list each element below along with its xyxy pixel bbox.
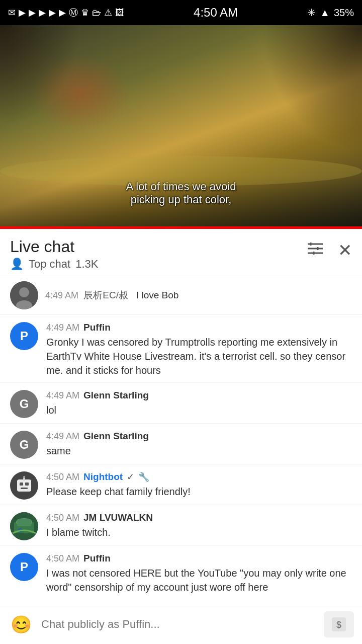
message-text: same — [46, 444, 352, 458]
chat-header-left: Live chat 👤 Top chat 1.3K — [10, 238, 98, 271]
svg-rect-10 — [20, 482, 23, 486]
chat-title: Live chat — [10, 238, 98, 256]
message-icon: ✉ — [8, 7, 16, 18]
emoji-button[interactable]: 😊 — [8, 611, 34, 637]
message-meta: 4:49 AM Puffin — [46, 322, 352, 333]
message-meta: 4:50 AM Nightbot ✓ 🔧 — [46, 471, 352, 482]
filter-icon[interactable] — [307, 241, 324, 260]
message-meta: 4:49 AM Glenn Starling — [46, 390, 352, 401]
message-author: Nightbot — [83, 471, 123, 482]
message-meta: 4:50 AM JM LVUWALKN — [46, 512, 352, 523]
message-author: Puffin — [83, 553, 111, 564]
video-overlay-tl — [0, 25, 80, 126]
bluetooth-icon: ✳ — [307, 7, 316, 19]
truncated-message: 4:49 AM 辰析EC/叔 I love Bob — [45, 289, 178, 302]
status-bar: ✉ ▶ ▶ ▶ ▶ ▶ Ⓜ ♛ 🗁 ⚠ 🖼 4:50 AM ✳ ▲ 35% — [0, 0, 362, 25]
youtube-icon4: ▶ — [49, 7, 56, 18]
message-content: 4:50 AM Puffin I was not censored HERE b… — [46, 553, 352, 594]
message-text: I was not censored HERE but the YouTube … — [46, 566, 352, 594]
message-content: 4:49 AM Puffin Gronky I was censored by … — [46, 322, 352, 377]
message-time: 4:49 AM — [46, 390, 79, 401]
m-icon: Ⓜ — [69, 7, 78, 19]
youtube-icon3: ▶ — [39, 7, 46, 18]
image-icon: 🖼 — [115, 8, 124, 18]
table-row: G 4:49 AM Glenn Starling same — [0, 424, 362, 464]
svg-rect-12 — [21, 488, 28, 489]
message-content: 4:49 AM Glenn Starling same — [46, 431, 352, 458]
svg-rect-18 — [17, 519, 31, 526]
message-time: 4:49 AM — [46, 323, 79, 333]
chat-sub: 👤 Top chat 1.3K — [10, 258, 98, 271]
message-time: 4:50 AM — [46, 472, 79, 482]
svg-rect-11 — [25, 482, 29, 486]
table-row: 4:49 AM 辰析EC/叔 I love Bob — [0, 276, 362, 315]
status-time: 4:50 AM — [194, 6, 238, 20]
message-time: 4:49 AM — [46, 431, 79, 442]
youtube-icon5: ▶ — [59, 7, 66, 18]
messages-list: 4:49 AM 辰析EC/叔 I love Bob P 4:49 AM Puff… — [0, 276, 362, 640]
chat-input[interactable] — [41, 611, 317, 637]
message-author: Glenn Starling — [83, 390, 149, 401]
svg-text:$: $ — [336, 620, 341, 630]
message-author: Puffin — [83, 322, 111, 333]
battery-text: 35% — [334, 7, 354, 19]
table-row: P 4:49 AM Puffin Gronky I was censored b… — [0, 315, 362, 383]
person-icon: 👤 — [10, 258, 24, 271]
chat-input-bar: 😊 $ — [0, 604, 362, 644]
avatar — [10, 281, 38, 309]
avatar — [10, 471, 38, 500]
avatar: P — [10, 322, 38, 350]
message-author: Glenn Starling — [83, 431, 149, 442]
message-time: 4:50 AM — [46, 553, 79, 564]
notification-icons: ✉ ▶ ▶ ▶ ▶ ▶ Ⓜ ♛ 🗁 ⚠ 🖼 — [8, 7, 124, 19]
close-icon[interactable]: ✕ — [338, 240, 352, 260]
table-row: 4:50 AM JM LVUWALKN I blame twitch. — [0, 505, 362, 546]
crown-icon: ♛ — [81, 7, 89, 18]
svg-point-14 — [23, 476, 25, 478]
chat-mode-label[interactable]: Top chat — [29, 258, 70, 271]
folder-icon: 🗁 — [92, 8, 101, 18]
message-meta: 4:49 AM Glenn Starling — [46, 431, 352, 442]
avatar: G — [10, 431, 38, 459]
emoji-icon: 😊 — [11, 614, 32, 634]
message-time: 4:50 AM — [46, 513, 79, 523]
youtube-icon: ▶ — [19, 7, 26, 18]
send-icon: $ — [330, 615, 348, 633]
avatar: G — [10, 390, 38, 418]
message-author: JM LVUWALKN — [83, 512, 153, 523]
youtube-icon2: ▶ — [29, 7, 36, 18]
message-content: 4:50 AM JM LVUWALKN I blame twitch. — [46, 512, 352, 539]
table-row: G 4:49 AM Glenn Starling lol — [0, 383, 362, 424]
avatar: P — [10, 553, 38, 581]
chat-header-right: ✕ — [307, 240, 352, 260]
message-text: lol — [46, 403, 352, 417]
message-meta: 4:50 AM Puffin — [46, 553, 352, 564]
message-text: Please keep chat family friendly! — [46, 485, 352, 499]
wifi-icon: ▲ — [320, 7, 330, 19]
wrench-icon: 🔧 — [138, 471, 149, 482]
warning-icon: ⚠ — [104, 7, 112, 18]
video-overlay-tr — [261, 25, 362, 151]
table-row: 4:50 AM Nightbot ✓ 🔧 Please keep chat fa… — [0, 464, 362, 505]
viewer-count: 1.3K — [75, 258, 98, 271]
message-text: Gronky I was censored by Trumptrolls rep… — [46, 335, 352, 377]
status-right-icons: ✳ ▲ 35% — [307, 7, 354, 19]
message-content: 4:50 AM Nightbot ✓ 🔧 Please keep chat fa… — [46, 471, 352, 499]
svg-rect-9 — [17, 479, 31, 492]
avatar — [10, 512, 38, 540]
message-text: I blame twitch. — [46, 525, 352, 539]
video-subtitle: A lot of times we avoid picking up that … — [126, 180, 236, 206]
send-button[interactable]: $ — [324, 611, 354, 637]
video-player[interactable]: A lot of times we avoid picking up that … — [0, 25, 362, 226]
verified-icon: ✓ — [127, 471, 134, 482]
message-content: 4:49 AM Glenn Starling lol — [46, 390, 352, 417]
svg-point-7 — [19, 287, 29, 297]
chat-header: Live chat 👤 Top chat 1.3K ✕ — [0, 229, 362, 276]
